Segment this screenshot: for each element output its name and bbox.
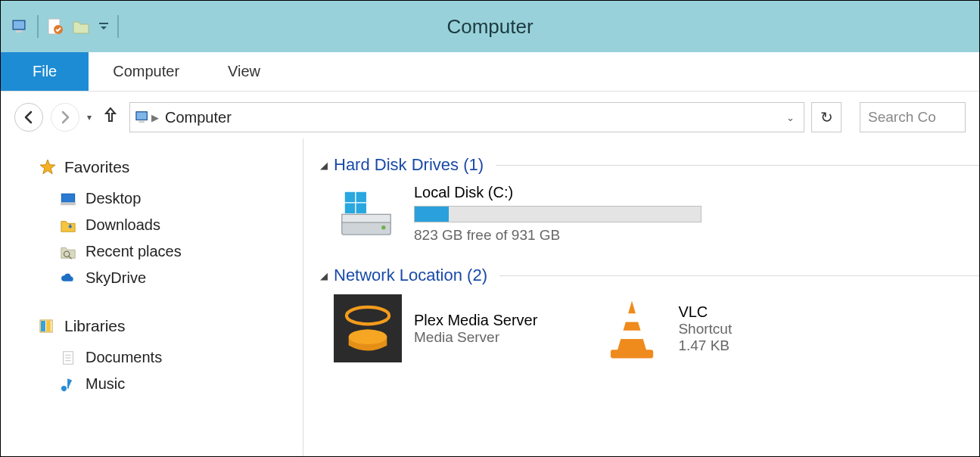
refresh-button[interactable]: ↻ xyxy=(811,102,842,132)
main-content: ◢ Hard Disk Drives (1) xyxy=(303,138,979,457)
music-icon xyxy=(60,376,76,393)
title-bar: Computer xyxy=(1,1,979,52)
qat-dropdown-icon[interactable] xyxy=(98,20,110,33)
back-button[interactable] xyxy=(14,103,43,132)
network-item-plex[interactable]: Plex Media Server Media Server xyxy=(334,294,537,362)
properties-icon[interactable] xyxy=(46,17,64,36)
section-hard-disk-drives[interactable]: ◢ Hard Disk Drives (1) xyxy=(320,155,979,175)
item-meta: VLC Shortcut 1.47 KB xyxy=(678,303,732,354)
tab-file[interactable]: File xyxy=(1,52,89,91)
favorites-header[interactable]: Favorites xyxy=(39,158,295,176)
network-item-vlc[interactable]: VLC Shortcut 1.47 KB xyxy=(598,294,732,362)
drive-name: Local Disk (C:) xyxy=(414,184,702,201)
hard-drive-icon xyxy=(334,184,399,249)
collapse-icon: ◢ xyxy=(320,160,328,171)
svg-point-29 xyxy=(349,329,387,344)
sidebar-item-downloads[interactable]: Downloads xyxy=(39,212,295,238)
computer-icon xyxy=(135,109,151,126)
drive-free-text: 823 GB free of 931 GB xyxy=(414,227,702,244)
svg-rect-1 xyxy=(14,21,24,29)
libraries-label: Libraries xyxy=(64,317,126,335)
drive-info: Local Disk (C:) 823 GB free of 931 GB xyxy=(414,184,702,244)
recent-locations-dropdown[interactable]: ▾ xyxy=(87,112,92,123)
drive-item-local-disk-c[interactable]: Local Disk (C:) 823 GB free of 931 GB xyxy=(334,184,979,249)
svg-rect-30 xyxy=(624,313,641,322)
svg-rect-8 xyxy=(139,121,145,123)
section-rule xyxy=(496,165,979,166)
svg-rect-13 xyxy=(41,321,45,331)
sidebar-item-label: Downloads xyxy=(86,216,160,234)
tab-view[interactable]: View xyxy=(204,52,285,91)
downloads-icon xyxy=(60,217,76,234)
libraries-icon xyxy=(39,317,57,335)
sidebar-item-desktop[interactable]: Desktop xyxy=(39,185,295,212)
svg-rect-25 xyxy=(345,204,355,213)
svg-rect-5 xyxy=(99,23,108,24)
svg-rect-2 xyxy=(16,30,22,33)
item-title: Plex Media Server xyxy=(414,312,537,329)
vlc-icon xyxy=(598,294,666,362)
breadcrumb-computer[interactable]: Computer xyxy=(159,109,238,126)
svg-rect-7 xyxy=(137,113,147,120)
ribbon-tabs: File Computer View xyxy=(1,52,979,92)
breadcrumb-separator-icon: ▶ xyxy=(151,112,159,123)
window-title: Computer xyxy=(1,15,979,39)
sidebar-item-label: Recent places xyxy=(86,243,182,260)
section-title: Network Location (2) xyxy=(334,266,487,285)
recent-places-icon xyxy=(60,244,76,260)
svg-rect-10 xyxy=(62,194,75,201)
address-bar[interactable]: ▶ Computer ⌄ xyxy=(129,102,804,132)
sidebar-item-label: Documents xyxy=(86,349,162,366)
section-rule xyxy=(499,275,979,276)
sidebar-item-recent-places[interactable]: Recent places xyxy=(39,238,295,265)
search-input[interactable]: Search Co xyxy=(860,102,966,132)
sidebar-item-label: Music xyxy=(86,375,125,393)
svg-point-22 xyxy=(381,225,385,229)
documents-icon xyxy=(60,350,76,366)
separator xyxy=(37,15,39,38)
navigation-bar: ▾ ▶ Computer ⌄ ↻ Search Co xyxy=(1,96,979,138)
svg-rect-26 xyxy=(356,204,366,213)
item-size: 1.47 KB xyxy=(678,337,732,354)
address-dropdown-icon[interactable]: ⌄ xyxy=(786,112,795,123)
sidebar-item-label: Desktop xyxy=(86,190,141,207)
svg-rect-14 xyxy=(46,321,51,331)
favorites-label: Favorites xyxy=(64,158,129,176)
folder-icon[interactable] xyxy=(72,17,90,36)
item-meta: Plex Media Server Media Server xyxy=(414,312,537,346)
item-subtitle: Media Server xyxy=(414,329,537,346)
skydrive-icon xyxy=(60,270,76,287)
sidebar-item-documents[interactable]: Documents xyxy=(39,344,295,371)
svg-rect-21 xyxy=(342,214,391,222)
desktop-icon xyxy=(60,191,76,207)
plex-icon xyxy=(334,294,402,362)
content-area: Favorites Desktop Downloads Recent place… xyxy=(1,138,979,457)
navigation-pane: Favorites Desktop Downloads Recent place… xyxy=(1,138,303,457)
sidebar-item-skydrive[interactable]: SkyDrive xyxy=(39,265,295,291)
section-title: Hard Disk Drives (1) xyxy=(334,155,484,175)
svg-rect-32 xyxy=(611,350,653,358)
usage-bar xyxy=(414,206,702,222)
favorites-group: Favorites Desktop Downloads Recent place… xyxy=(39,158,295,291)
libraries-group: Libraries Documents Music xyxy=(39,317,295,397)
svg-rect-11 xyxy=(61,202,76,205)
sidebar-item-label: SkyDrive xyxy=(86,269,146,287)
quick-access-toolbar xyxy=(1,15,129,38)
section-network-location[interactable]: ◢ Network Location (2) xyxy=(320,266,979,285)
collapse-icon: ◢ xyxy=(320,270,328,281)
tab-computer[interactable]: Computer xyxy=(89,52,204,91)
item-title: VLC xyxy=(678,303,732,321)
computer-icon xyxy=(11,17,30,36)
forward-button[interactable] xyxy=(51,103,79,132)
svg-rect-27 xyxy=(334,294,402,362)
svg-rect-31 xyxy=(621,331,644,339)
item-subtitle: Shortcut xyxy=(678,321,732,337)
libraries-header[interactable]: Libraries xyxy=(39,317,295,335)
svg-rect-23 xyxy=(345,192,355,202)
star-icon xyxy=(39,158,57,176)
separator xyxy=(117,15,119,38)
usage-fill xyxy=(415,207,449,222)
svg-rect-24 xyxy=(356,192,366,202)
sidebar-item-music[interactable]: Music xyxy=(39,371,295,397)
up-button[interactable] xyxy=(99,106,122,129)
